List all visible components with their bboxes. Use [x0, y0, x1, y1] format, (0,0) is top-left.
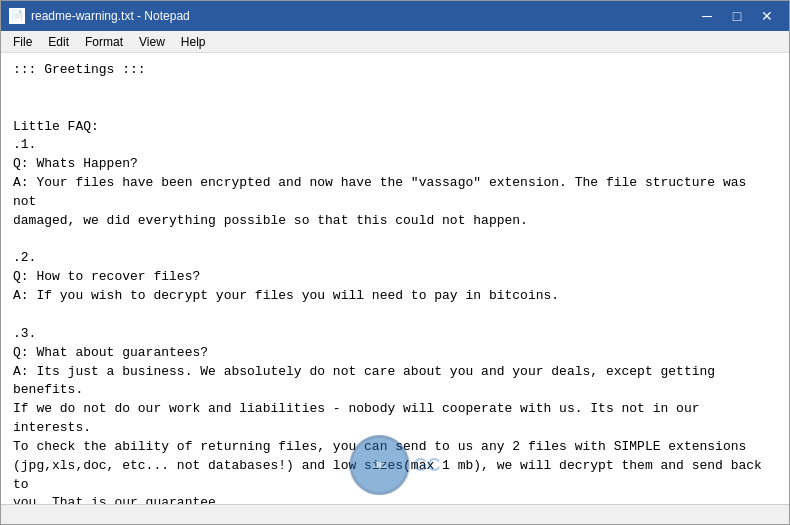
text-editor[interactable]: ::: Greetings ::: Little FAQ: .1. Q: Wha…: [1, 53, 789, 504]
title-bar: 📄 readme-warning.txt - Notepad ─ □ ✕: [1, 1, 789, 31]
menu-bar: File Edit Format View Help: [1, 31, 789, 53]
menu-format[interactable]: Format: [77, 33, 131, 51]
menu-edit[interactable]: Edit: [40, 33, 77, 51]
menu-help[interactable]: Help: [173, 33, 214, 51]
content-area: ::: Greetings ::: Little FAQ: .1. Q: Wha…: [1, 53, 789, 504]
window-controls: ─ □ ✕: [693, 6, 781, 26]
title-bar-left: 📄 readme-warning.txt - Notepad: [9, 8, 190, 24]
menu-view[interactable]: View: [131, 33, 173, 51]
close-button[interactable]: ✕: [753, 6, 781, 26]
minimize-button[interactable]: ─: [693, 6, 721, 26]
app-icon: 📄: [9, 8, 25, 24]
status-bar: [1, 504, 789, 524]
maximize-button[interactable]: □: [723, 6, 751, 26]
window-title: readme-warning.txt - Notepad: [31, 9, 190, 23]
menu-file[interactable]: File: [5, 33, 40, 51]
